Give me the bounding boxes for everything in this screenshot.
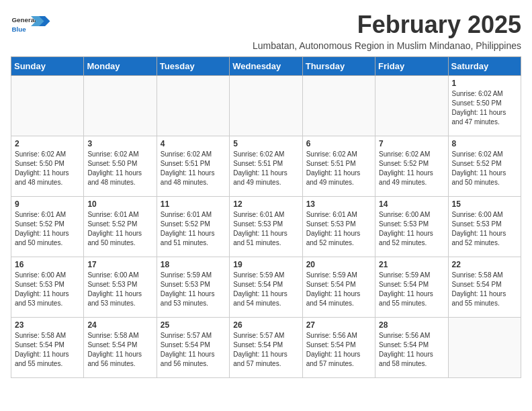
day-info: Sunrise: 5:57 AM Sunset: 5:54 PM Dayligh… (161, 331, 226, 369)
calendar-cell: 1Sunrise: 6:02 AM Sunset: 5:50 PM Daylig… (448, 76, 521, 136)
calendar-cell: 14Sunrise: 6:00 AM Sunset: 5:53 PM Dayli… (375, 197, 448, 257)
day-info: Sunrise: 6:02 AM Sunset: 5:52 PM Dayligh… (379, 150, 444, 187)
calendar-cell: 4Sunrise: 6:02 AM Sunset: 5:51 PM Daylig… (157, 136, 229, 197)
title-block: February 2025 Lumbatan, Autonomous Regio… (253, 11, 521, 51)
logo: General Blue (11, 11, 51, 38)
calendar-cell: 19Sunrise: 5:59 AM Sunset: 5:54 PM Dayli… (230, 257, 302, 318)
day-info: Sunrise: 6:01 AM Sunset: 5:52 PM Dayligh… (87, 210, 152, 248)
day-info: Sunrise: 6:00 AM Sunset: 5:53 PM Dayligh… (379, 210, 444, 248)
day-info: Sunrise: 5:59 AM Sunset: 5:53 PM Dayligh… (161, 271, 226, 308)
calendar-cell: 28Sunrise: 5:56 AM Sunset: 5:54 PM Dayli… (375, 318, 448, 378)
day-number: 15 (452, 199, 517, 209)
day-number: 19 (233, 260, 298, 269)
day-number: 17 (87, 260, 152, 269)
day-info: Sunrise: 5:56 AM Sunset: 5:54 PM Dayligh… (306, 331, 371, 369)
calendar-cell: 8Sunrise: 6:02 AM Sunset: 5:52 PM Daylig… (448, 136, 521, 197)
day-number: 16 (15, 260, 80, 269)
calendar-cell: 12Sunrise: 6:01 AM Sunset: 5:53 PM Dayli… (230, 197, 302, 257)
day-info: Sunrise: 6:02 AM Sunset: 5:52 PM Dayligh… (452, 150, 517, 187)
day-number: 22 (452, 260, 517, 269)
calendar-cell: 21Sunrise: 5:59 AM Sunset: 5:54 PM Dayli… (375, 257, 448, 318)
day-info: Sunrise: 6:02 AM Sunset: 5:50 PM Dayligh… (452, 89, 517, 127)
calendar-cell: 13Sunrise: 6:01 AM Sunset: 5:53 PM Dayli… (302, 197, 375, 257)
day-info: Sunrise: 5:59 AM Sunset: 5:54 PM Dayligh… (306, 271, 371, 308)
day-info: Sunrise: 6:00 AM Sunset: 5:53 PM Dayligh… (87, 271, 152, 308)
week-row-2: 2Sunrise: 6:02 AM Sunset: 5:50 PM Daylig… (11, 136, 521, 197)
day-info: Sunrise: 6:02 AM Sunset: 5:51 PM Dayligh… (233, 150, 298, 187)
day-number: 5 (233, 139, 298, 148)
calendar-cell: 7Sunrise: 6:02 AM Sunset: 5:52 PM Daylig… (375, 136, 448, 197)
day-info: Sunrise: 6:00 AM Sunset: 5:53 PM Dayligh… (452, 210, 517, 248)
day-number: 9 (15, 199, 80, 209)
day-info: Sunrise: 5:59 AM Sunset: 5:54 PM Dayligh… (379, 271, 444, 308)
day-info: Sunrise: 6:02 AM Sunset: 5:51 PM Dayligh… (306, 150, 371, 187)
week-row-1: 1Sunrise: 6:02 AM Sunset: 5:50 PM Daylig… (11, 76, 521, 136)
day-number: 14 (379, 199, 444, 209)
col-header-wednesday: Wednesday (230, 57, 302, 76)
day-number: 23 (15, 320, 80, 330)
calendar-cell: 15Sunrise: 6:00 AM Sunset: 5:53 PM Dayli… (448, 197, 521, 257)
day-number: 24 (87, 320, 152, 330)
month-title: February 2025 (253, 11, 521, 39)
day-info: Sunrise: 6:01 AM Sunset: 5:52 PM Dayligh… (161, 210, 226, 248)
day-number: 27 (306, 320, 371, 330)
day-number: 20 (306, 260, 371, 269)
calendar-cell: 27Sunrise: 5:56 AM Sunset: 5:54 PM Dayli… (302, 318, 375, 378)
calendar-cell (448, 318, 521, 378)
col-header-saturday: Saturday (448, 57, 521, 76)
day-info: Sunrise: 5:59 AM Sunset: 5:54 PM Dayligh… (233, 271, 298, 308)
day-number: 4 (161, 139, 226, 148)
day-info: Sunrise: 6:01 AM Sunset: 5:53 PM Dayligh… (233, 210, 298, 248)
calendar-cell: 11Sunrise: 6:01 AM Sunset: 5:52 PM Dayli… (157, 197, 229, 257)
location-subtitle: Lumbatan, Autonomous Region in Muslim Mi… (253, 40, 521, 51)
week-row-5: 23Sunrise: 5:58 AM Sunset: 5:54 PM Dayli… (11, 318, 521, 378)
day-number: 18 (161, 260, 226, 269)
calendar-cell (375, 76, 448, 136)
col-header-tuesday: Tuesday (157, 57, 229, 76)
logo-svg: General Blue (11, 11, 51, 38)
calendar-cell: 20Sunrise: 5:59 AM Sunset: 5:54 PM Dayli… (302, 257, 375, 318)
calendar-cell (11, 76, 84, 136)
calendar-cell: 2Sunrise: 6:02 AM Sunset: 5:50 PM Daylig… (11, 136, 84, 197)
day-number: 3 (87, 139, 152, 148)
day-number: 6 (306, 139, 371, 148)
day-info: Sunrise: 6:01 AM Sunset: 5:52 PM Dayligh… (15, 210, 80, 248)
calendar-cell: 22Sunrise: 5:58 AM Sunset: 5:54 PM Dayli… (448, 257, 521, 318)
calendar-cell: 18Sunrise: 5:59 AM Sunset: 5:53 PM Dayli… (157, 257, 229, 318)
day-number: 2 (15, 139, 80, 148)
day-number: 7 (379, 139, 444, 148)
day-number: 11 (161, 199, 226, 209)
calendar-cell: 3Sunrise: 6:02 AM Sunset: 5:50 PM Daylig… (84, 136, 157, 197)
calendar-cell: 6Sunrise: 6:02 AM Sunset: 5:51 PM Daylig… (302, 136, 375, 197)
calendar-cell: 9Sunrise: 6:01 AM Sunset: 5:52 PM Daylig… (11, 197, 84, 257)
day-info: Sunrise: 5:57 AM Sunset: 5:54 PM Dayligh… (233, 331, 298, 369)
calendar-cell (302, 76, 375, 136)
week-row-4: 16Sunrise: 6:00 AM Sunset: 5:53 PM Dayli… (11, 257, 521, 318)
day-info: Sunrise: 5:58 AM Sunset: 5:54 PM Dayligh… (87, 331, 152, 369)
calendar-cell: 5Sunrise: 6:02 AM Sunset: 5:51 PM Daylig… (230, 136, 302, 197)
col-header-friday: Friday (375, 57, 448, 76)
day-number: 13 (306, 199, 371, 209)
calendar-cell: 25Sunrise: 5:57 AM Sunset: 5:54 PM Dayli… (157, 318, 229, 378)
day-info: Sunrise: 5:58 AM Sunset: 5:54 PM Dayligh… (452, 271, 517, 308)
day-info: Sunrise: 5:56 AM Sunset: 5:54 PM Dayligh… (379, 331, 444, 369)
calendar-cell: 24Sunrise: 5:58 AM Sunset: 5:54 PM Dayli… (84, 318, 157, 378)
col-header-sunday: Sunday (11, 57, 84, 76)
day-number: 8 (452, 139, 517, 148)
col-header-thursday: Thursday (302, 57, 375, 76)
day-number: 21 (379, 260, 444, 269)
day-info: Sunrise: 6:02 AM Sunset: 5:50 PM Dayligh… (15, 150, 80, 187)
day-info: Sunrise: 6:02 AM Sunset: 5:51 PM Dayligh… (161, 150, 226, 187)
calendar-cell: 23Sunrise: 5:58 AM Sunset: 5:54 PM Dayli… (11, 318, 84, 378)
calendar-cell: 17Sunrise: 6:00 AM Sunset: 5:53 PM Dayli… (84, 257, 157, 318)
day-number: 1 (452, 79, 517, 88)
day-number: 12 (233, 199, 298, 209)
day-info: Sunrise: 6:00 AM Sunset: 5:53 PM Dayligh… (15, 271, 80, 308)
day-info: Sunrise: 5:58 AM Sunset: 5:54 PM Dayligh… (15, 331, 80, 369)
day-number: 25 (161, 320, 226, 330)
svg-text:Blue: Blue (12, 26, 27, 33)
week-row-3: 9Sunrise: 6:01 AM Sunset: 5:52 PM Daylig… (11, 197, 521, 257)
calendar-cell (84, 76, 157, 136)
calendar-cell: 16Sunrise: 6:00 AM Sunset: 5:53 PM Dayli… (11, 257, 84, 318)
calendar-header-row: SundayMondayTuesdayWednesdayThursdayFrid… (11, 57, 521, 76)
